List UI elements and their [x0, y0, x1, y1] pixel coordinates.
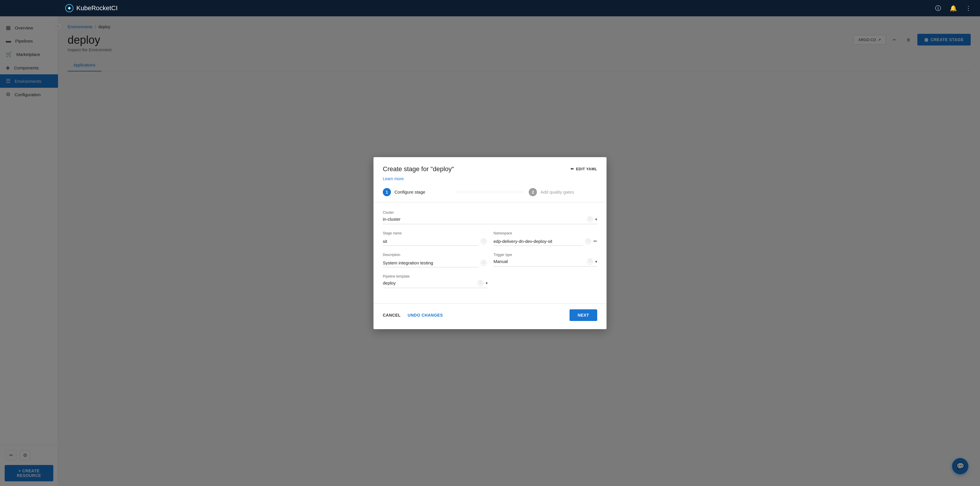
description-field-row: ⓘ — [383, 258, 487, 267]
app-logo: KubeRocketCI — [65, 4, 118, 12]
notifications-icon[interactable]: 🔔 — [948, 3, 958, 13]
edit-yaml-icon: ✏ — [571, 167, 574, 171]
footer-left-actions: CANCEL UNDO CHANGES — [383, 311, 443, 320]
pipeline-template-dropdown-icon[interactable]: ▾ — [486, 281, 488, 285]
modal-overlay: Create stage for "deploy" ✏ EDIT YAML Le… — [0, 0, 980, 486]
pipeline-template-info-icon[interactable]: ⓘ — [477, 280, 483, 286]
cluster-info-icon[interactable]: ⓘ — [587, 216, 593, 222]
edit-yaml-label: EDIT YAML — [576, 167, 597, 171]
step-1-number: 1 — [383, 188, 391, 196]
cluster-dropdown-icon[interactable]: ▾ — [595, 217, 597, 221]
pipeline-template-value: deploy — [383, 280, 475, 285]
step-divider — [456, 192, 524, 192]
description-label: Description — [383, 253, 487, 257]
pipeline-template-select-wrapper: deploy ⓘ ▾ — [383, 280, 488, 288]
cluster-label: Cluster — [383, 210, 597, 215]
step-1-label: Configure stage — [395, 190, 425, 194]
step-1: 1 Configure stage — [383, 188, 451, 196]
stepper: 1 Configure stage 2 Add quality gates — [374, 181, 606, 202]
trigger-type-info-icon[interactable]: ⓘ — [587, 258, 593, 265]
trigger-type-select-wrapper: Manual ⓘ ▾ — [493, 258, 597, 266]
description-trigger-row: Description ⓘ Trigger type Manual ⓘ ▾ — [383, 253, 597, 267]
trigger-type-col: Trigger type Manual ⓘ ▾ — [493, 253, 597, 267]
learn-more-link[interactable]: Learn more. — [374, 173, 606, 181]
namespace-label: Namespace — [493, 231, 597, 235]
dialog-form: Cluster in-cluster ⓘ ▾ Stage name ⓘ — [374, 202, 606, 303]
svg-point-1 — [68, 7, 70, 9]
info-icon[interactable]: ⓘ — [933, 3, 943, 13]
navbar-actions: ⓘ 🔔 ⋮ — [933, 3, 973, 13]
stage-name-input[interactable] — [383, 237, 478, 246]
dialog-title: Create stage for "deploy" — [383, 165, 454, 173]
pipeline-template-label: Pipeline template — [383, 274, 597, 279]
undo-changes-button[interactable]: UNDO CHANGES — [407, 311, 443, 320]
step-2-label: Add quality gates — [540, 190, 574, 194]
next-button[interactable]: NEXT — [570, 309, 597, 321]
namespace-input[interactable] — [493, 237, 583, 246]
step-2: 2 Add quality gates — [529, 188, 597, 196]
stage-name-col: Stage name ⓘ — [383, 231, 487, 246]
description-col: Description ⓘ — [383, 253, 487, 267]
stage-name-field-row: ⓘ — [383, 237, 487, 246]
stage-name-info-icon[interactable]: ⓘ — [480, 239, 487, 244]
cancel-button[interactable]: CANCEL — [383, 311, 401, 320]
trigger-type-dropdown-icon[interactable]: ▾ — [595, 259, 597, 264]
dialog-header: Create stage for "deploy" ✏ EDIT YAML — [374, 157, 606, 173]
cluster-value: in-cluster — [383, 217, 585, 221]
step-2-number: 2 — [529, 188, 537, 196]
trigger-type-label: Trigger type — [493, 253, 597, 257]
trigger-type-value: Manual — [493, 259, 585, 264]
namespace-field-row: ⓘ ✏ — [493, 237, 597, 246]
description-input[interactable] — [383, 258, 478, 267]
cluster-select-wrapper: in-cluster ⓘ ▾ — [383, 216, 597, 224]
app-name: KubeRocketCI — [76, 4, 118, 12]
namespace-col: Namespace ⓘ ✏ — [493, 231, 597, 246]
navbar: KubeRocketCI ⓘ 🔔 ⋮ — [0, 0, 980, 16]
pipeline-template-field: Pipeline template deploy ⓘ ▾ — [383, 274, 597, 288]
edit-yaml-button[interactable]: ✏ EDIT YAML — [571, 167, 597, 171]
more-options-icon[interactable]: ⋮ — [964, 3, 973, 13]
namespace-edit-icon[interactable]: ✏ — [593, 239, 597, 244]
create-stage-dialog: Create stage for "deploy" ✏ EDIT YAML Le… — [374, 157, 606, 329]
namespace-info-icon[interactable]: ⓘ — [585, 239, 591, 244]
dialog-footer: CANCEL UNDO CHANGES NEXT — [374, 303, 606, 329]
stage-name-label: Stage name — [383, 231, 487, 235]
stage-namespace-row: Stage name ⓘ Namespace ⓘ ✏ — [383, 231, 597, 246]
cluster-field: Cluster in-cluster ⓘ ▾ — [383, 210, 597, 224]
description-info-icon[interactable]: ⓘ — [480, 260, 487, 266]
